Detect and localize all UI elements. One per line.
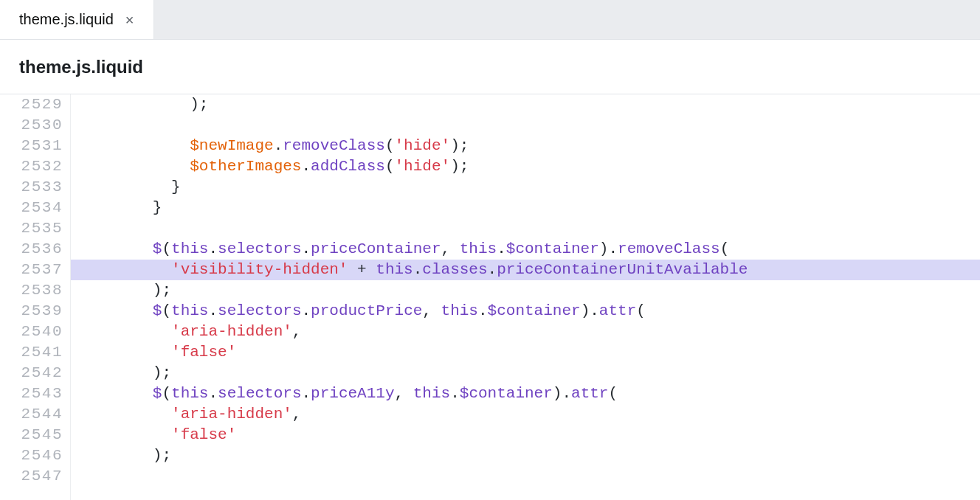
code-token: this — [376, 261, 413, 278]
code-token: priceA11y — [311, 385, 394, 402]
code-line[interactable] — [71, 218, 980, 239]
code-token: . — [208, 385, 218, 402]
line-number: 2542 — [0, 363, 63, 383]
code-token: attr — [571, 385, 608, 402]
code-token: ). — [599, 240, 618, 257]
code-token: . — [450, 385, 460, 402]
code-token — [78, 406, 171, 423]
code-token: this — [441, 302, 478, 319]
code-token: . — [497, 240, 506, 257]
line-number: 2529 — [0, 94, 63, 115]
line-number: 2546 — [0, 445, 63, 466]
code-token: removeClass — [283, 137, 385, 154]
line-number-gutter: 2529253025312532253325342535253625372538… — [0, 94, 71, 500]
code-token: ); — [450, 137, 469, 154]
code-line[interactable]: ); — [71, 363, 980, 383]
code-token: , — [292, 323, 302, 340]
code-token: ( — [162, 385, 171, 402]
line-number: 2541 — [0, 342, 63, 363]
code-line[interactable] — [71, 115, 980, 136]
code-token: this — [171, 240, 208, 257]
code-token: . — [302, 302, 311, 319]
file-title-row: theme.js.liquid — [0, 40, 980, 94]
code-token: . — [301, 158, 311, 175]
tab-active[interactable]: theme.js.liquid × — [0, 0, 154, 39]
tab-label: theme.js.liquid — [19, 11, 114, 28]
code-token: 'visibility-hidden' — [171, 261, 348, 278]
code-token — [78, 323, 171, 340]
code-token: 'aria-hidden' — [171, 406, 292, 423]
code-token — [78, 385, 153, 402]
code-token: ( — [162, 240, 171, 257]
code-token: + — [348, 261, 376, 278]
code-token: } — [78, 199, 162, 216]
code-token: selectors — [218, 240, 301, 257]
line-number: 2535 — [0, 218, 63, 239]
code-editor[interactable]: 2529253025312532253325342535253625372538… — [0, 94, 980, 500]
code-token: } — [78, 178, 181, 195]
code-token: . — [208, 302, 218, 319]
code-token: $ — [153, 302, 162, 319]
code-token: ); — [450, 158, 469, 175]
code-content[interactable]: ); $newImage.removeClass('hide'); $other… — [71, 94, 980, 500]
code-token: . — [488, 261, 497, 278]
code-token: selectors — [218, 385, 301, 402]
code-line[interactable]: } — [71, 177, 980, 198]
code-token: , — [441, 240, 460, 257]
code-token: ( — [385, 137, 395, 154]
code-line[interactable]: 'aria-hidden', — [71, 322, 980, 342]
line-number: 2544 — [0, 404, 63, 425]
code-line[interactable]: $otherImages.addClass('hide'); — [71, 156, 980, 177]
line-number: 2545 — [0, 425, 63, 445]
code-token — [78, 344, 171, 361]
code-token: ( — [608, 385, 618, 402]
code-line[interactable]: } — [71, 198, 980, 218]
code-token: this — [171, 385, 208, 402]
code-token: 'hide' — [395, 137, 451, 154]
code-token — [78, 240, 153, 257]
line-number: 2540 — [0, 322, 63, 342]
code-line[interactable]: 'false' — [71, 342, 980, 363]
code-line[interactable]: 'visibility-hidden' + this.classes.price… — [71, 260, 980, 280]
code-line[interactable] — [71, 466, 980, 487]
code-line[interactable]: ); — [71, 280, 980, 301]
code-token: ( — [720, 240, 730, 257]
code-line[interactable]: ); — [71, 445, 980, 466]
line-number: 2547 — [0, 466, 63, 487]
code-token: priceContainer — [311, 240, 441, 257]
code-token: productPrice — [311, 302, 422, 319]
code-line[interactable]: 'false' — [71, 425, 980, 445]
code-token — [78, 158, 190, 175]
code-token: ( — [636, 302, 646, 319]
code-line[interactable]: 'aria-hidden', — [71, 404, 980, 425]
code-token: . — [302, 240, 311, 257]
code-token: this — [413, 385, 450, 402]
code-token: 'false' — [171, 426, 236, 443]
code-token: . — [274, 137, 283, 154]
code-line[interactable]: $newImage.removeClass('hide'); — [71, 136, 980, 156]
code-token: this — [460, 240, 497, 257]
code-token: . — [208, 240, 218, 257]
line-number: 2537 — [0, 260, 63, 280]
line-number: 2539 — [0, 301, 63, 322]
file-title: theme.js.liquid — [19, 57, 143, 77]
code-line[interactable]: $(this.selectors.priceA11y, this.$contai… — [71, 383, 980, 404]
code-line[interactable]: $(this.selectors.priceContainer, this.$c… — [71, 239, 980, 260]
code-token: 'aria-hidden' — [171, 323, 292, 340]
code-token: this — [171, 302, 208, 319]
code-token: removeClass — [618, 240, 720, 257]
line-number: 2538 — [0, 280, 63, 301]
code-token — [78, 137, 190, 154]
line-number: 2543 — [0, 383, 63, 404]
code-token: $ — [153, 240, 162, 257]
code-token: ( — [162, 302, 171, 319]
code-token: $container — [460, 385, 553, 402]
code-token: $otherImages — [190, 158, 301, 175]
code-line[interactable]: $(this.selectors.productPrice, this.$con… — [71, 301, 980, 322]
code-token: ). — [553, 385, 571, 402]
code-line[interactable]: ); — [71, 94, 980, 115]
code-token: , — [422, 302, 441, 319]
code-token: . — [478, 302, 488, 319]
line-number: 2534 — [0, 198, 63, 218]
close-icon[interactable]: × — [125, 13, 134, 27]
